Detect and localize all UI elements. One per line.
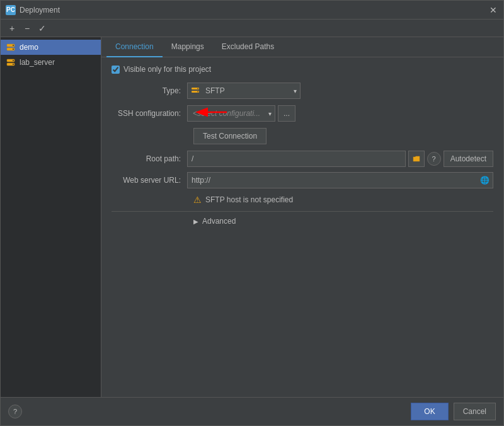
toolbar: + − ✓ xyxy=(1,20,503,37)
tab-connection[interactable]: Connection xyxy=(106,37,163,57)
ssh-config-row: SSH configuration: <select configurati..… xyxy=(112,105,493,122)
root-path-input[interactable] xyxy=(187,151,406,167)
tab-excluded-paths[interactable]: Excluded Paths xyxy=(213,37,283,57)
ok-button[interactable]: OK xyxy=(411,403,448,420)
root-path-input-wrapper: ? Autodetect xyxy=(187,151,493,167)
sidebar-item-demo[interactable]: demo xyxy=(1,40,101,55)
advanced-row[interactable]: ▶ Advanced xyxy=(193,214,493,228)
close-button[interactable]: ✕ xyxy=(488,5,498,15)
type-label: Type: xyxy=(112,86,187,95)
bottom-buttons: OK Cancel xyxy=(411,403,496,420)
title-bar: PC Deployment ✕ xyxy=(1,1,503,20)
root-path-help-button[interactable]: ? xyxy=(427,152,441,166)
type-row: Type: SFTP ▾ xyxy=(112,83,493,99)
web-server-url-row: Web server URL: 🌐 xyxy=(112,172,493,188)
sidebar-label-lab: lab_server xyxy=(20,58,55,67)
browse-folder-button[interactable] xyxy=(408,151,425,167)
warning-icon: ⚠ xyxy=(193,195,202,205)
web-server-url-input[interactable] xyxy=(187,172,493,188)
ssh-select[interactable]: <select configurati... xyxy=(187,105,275,122)
divider xyxy=(112,211,493,212)
svg-point-2 xyxy=(13,45,14,46)
visible-checkbox-label[interactable]: Visible only for this project xyxy=(123,65,211,74)
add-button[interactable]: + xyxy=(6,22,18,35)
test-connection-row: Test Connection xyxy=(193,128,493,144)
autodetect-button[interactable]: Autodetect xyxy=(444,151,493,167)
svg-point-6 xyxy=(13,60,14,61)
ssh-dots-button[interactable]: ... xyxy=(278,105,295,122)
confirm-button[interactable]: ✓ xyxy=(36,22,49,35)
test-connection-button[interactable]: Test Connection xyxy=(193,128,266,144)
connection-panel: Visible only for this project Type: xyxy=(101,57,503,397)
web-server-label: Web server URL: xyxy=(112,176,187,185)
svg-point-7 xyxy=(13,64,14,65)
visible-checkbox-row: Visible only for this project xyxy=(112,65,493,74)
root-path-label: Root path: xyxy=(112,154,187,163)
dialog-title: Deployment xyxy=(20,6,60,14)
url-input-wrapper: 🌐 xyxy=(187,172,493,188)
tab-mappings[interactable]: Mappings xyxy=(163,37,213,57)
ssh-select-wrapper: <select configurati... ▾ xyxy=(187,105,275,122)
deployment-dialog: PC Deployment ✕ + − ✓ demo xyxy=(0,0,504,426)
visible-checkbox[interactable] xyxy=(112,66,120,74)
title-bar-left: PC Deployment xyxy=(6,5,60,15)
tab-bar: Connection Mappings Excluded Paths xyxy=(101,37,503,57)
ssh-controls: <select configurati... ▾ ... xyxy=(187,105,295,122)
warning-row: ⚠ SFTP host is not specified xyxy=(193,195,493,205)
ssh-label: SSH configuration: xyxy=(112,109,187,118)
sidebar-item-lab-server[interactable]: lab_server xyxy=(1,55,101,70)
app-icon: PC xyxy=(6,5,16,15)
svg-point-3 xyxy=(13,49,14,50)
remove-button[interactable]: − xyxy=(21,22,33,35)
right-panel: Connection Mappings Excluded Paths Visib… xyxy=(101,37,503,397)
bottom-help-button[interactable]: ? xyxy=(8,405,22,418)
folder-icon xyxy=(413,155,420,163)
root-path-row: Root path: ? Autodetect xyxy=(112,151,493,167)
advanced-label: Advanced xyxy=(202,217,236,226)
type-select-wrapper: SFTP ▾ xyxy=(187,83,301,99)
server-icon-demo xyxy=(6,42,16,52)
bottom-bar: ? OK Cancel xyxy=(1,397,503,425)
cancel-button[interactable]: Cancel xyxy=(454,403,496,420)
sidebar-label-demo: demo xyxy=(20,43,38,52)
warning-text: SFTP host is not specified xyxy=(205,195,293,204)
advanced-arrow-icon: ▶ xyxy=(193,218,198,225)
server-icon-lab xyxy=(6,57,16,67)
main-content: demo lab_server Connection Mappin xyxy=(1,37,503,397)
type-select[interactable]: SFTP xyxy=(187,83,301,99)
sidebar: demo lab_server xyxy=(1,37,101,397)
